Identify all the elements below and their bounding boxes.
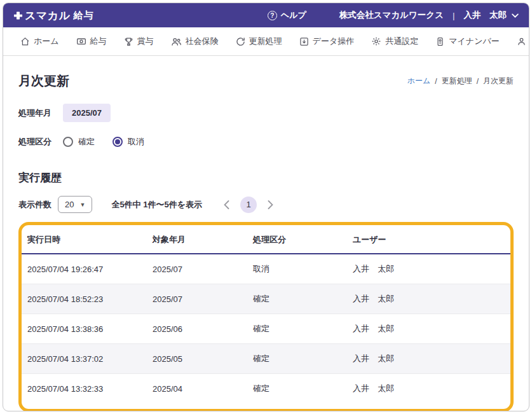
current-page-button[interactable]: 1 [240, 197, 257, 213]
cell-user: 入井 太郎 [347, 344, 510, 374]
list-controls: 表示件数 20 全5件中 1件〜5件を表示 1 [18, 196, 514, 213]
breadcrumb-separator: / [477, 77, 479, 86]
page-size-value: 20 [65, 200, 74, 209]
breadcrumb-level1: 更新処理 [442, 76, 472, 86]
nav-label: ホーム [34, 36, 59, 47]
cell-exec-datetime: 2025/07/04 18:52:23 [22, 284, 147, 314]
plus-icon [13, 11, 23, 20]
page-size-label: 表示件数 [18, 199, 51, 210]
cell-target-month: 2025/06 [147, 314, 247, 344]
cell-target-month: 2025/05 [147, 344, 247, 374]
main-content: 月次更新 ホーム / 更新処理 / 月次更新 処理年月 2025/07 処理区分… [3, 56, 529, 411]
social-insurance-icon [171, 37, 182, 46]
app-logo[interactable]: スマカル 給与 [13, 8, 94, 23]
table-header-row: 実行日時 対象年月 処理区分 ユーザー [22, 225, 510, 254]
history-section-title: 実行履歴 [18, 170, 514, 185]
cell-process-type: 確定 [247, 374, 347, 404]
nav-item-social-insurance[interactable]: 社会保険 [171, 36, 219, 47]
home-icon [20, 37, 30, 46]
cell-process-type: 取消 [247, 254, 347, 284]
breadcrumb-level2: 月次更新 [483, 76, 514, 86]
breadcrumb: ホーム / 更新処理 / 月次更新 [407, 76, 514, 86]
radio-cancel-icon[interactable] [113, 137, 123, 147]
nav-item-update[interactable]: 更新処理 [236, 36, 282, 47]
cell-process-type: 確定 [247, 344, 347, 374]
radio-option-confirm[interactable]: 確定 [63, 136, 95, 148]
cell-exec-datetime: 2025/07/04 13:38:36 [22, 314, 147, 344]
user-menu[interactable]: 入井 太郎 [464, 10, 519, 21]
logo-suffix-text: 給与 [74, 10, 94, 22]
cell-exec-datetime: 2025/07/04 19:26:47 [22, 254, 147, 284]
user-name: 入井 太郎 [464, 10, 507, 21]
select-caret-icon [79, 202, 85, 208]
history-table: 実行日時 対象年月 処理区分 ユーザー 2025/07/04 19:26:47 … [22, 225, 510, 403]
cell-exec-datetime: 2025/07/04 13:37:02 [22, 344, 147, 374]
breadcrumb-separator: / [435, 77, 437, 86]
top-bar: スマカル 給与 ヘルプ 株式会社スマカルワークス | 入井 太郎 [3, 3, 529, 27]
nav-item-data-operation[interactable]: データ操作 [299, 36, 355, 47]
period-value: 2025/07 [63, 104, 111, 122]
help-icon [268, 11, 277, 20]
cell-user: 入井 太郎 [347, 314, 510, 344]
help-label: ヘルプ [281, 10, 306, 21]
page-size-select[interactable]: 20 [58, 196, 92, 213]
common-settings-icon [371, 36, 381, 46]
cell-user: 入井 太郎 [347, 284, 510, 314]
period-field-row: 処理年月 2025/07 [18, 104, 514, 122]
period-label: 処理年月 [18, 107, 51, 119]
top-bar-right: ヘルプ 株式会社スマカルワークス | 入井 太郎 [268, 10, 519, 21]
process-type-row: 処理区分 確定 取消 [18, 136, 514, 148]
chevron-right-icon [268, 200, 273, 209]
cell-target-month: 2025/07 [147, 284, 247, 314]
cell-process-type: 確定 [247, 314, 347, 344]
logo-brand-text: スマカル [25, 8, 71, 23]
nav-item-my-number[interactable]: マイナンバー [435, 36, 500, 47]
header-separator: | [453, 11, 455, 20]
process-type-radio-group: 確定 取消 [63, 136, 144, 148]
nav-label: 共通設定 [385, 36, 418, 47]
radio-cancel-label: 取消 [128, 136, 144, 148]
radio-confirm-icon[interactable] [63, 137, 73, 147]
nav-item-bonus[interactable]: 賞与 [124, 36, 154, 47]
table-row: 2025/07/04 13:32:33 2025/04 確定 入井 太郎 [22, 374, 510, 404]
cell-target-month: 2025/07 [147, 254, 247, 284]
nav-label: データ操作 [313, 36, 355, 47]
process-type-label: 処理区分 [18, 136, 51, 148]
col-exec-datetime: 実行日時 [22, 225, 147, 254]
cell-user: 入井 太郎 [347, 254, 510, 284]
chevron-down-icon [512, 13, 519, 18]
account-area: 株式会社スマカルワークス | 入井 太郎 [339, 10, 519, 21]
update-icon [236, 37, 245, 46]
history-table-highlight: 実行日時 対象年月 処理区分 ユーザー 2025/07/04 19:26:47 … [18, 222, 514, 411]
radio-confirm-label: 確定 [78, 136, 95, 148]
result-range-text: 全5件中 1件〜5件を表示 [111, 199, 202, 210]
table-row: 2025/07/04 13:38:36 2025/06 確定 入井 太郎 [22, 314, 510, 344]
nav-item-payroll[interactable]: 給与 [76, 36, 107, 47]
cell-target-month: 2025/04 [147, 374, 247, 404]
admin-icon [517, 37, 526, 46]
cell-user: 入井 太郎 [347, 374, 510, 404]
table-row: 2025/07/04 18:52:23 2025/07 確定 入井 太郎 [22, 284, 510, 314]
main-nav: ホーム 給与 賞与 社会保険 更新処理 データ操作 共通設定 マイナンバー [3, 27, 529, 56]
col-user: ユーザー [347, 225, 510, 254]
nav-label: 給与 [90, 36, 107, 47]
cell-process-type: 確定 [247, 284, 347, 314]
help-button[interactable]: ヘルプ [268, 10, 306, 21]
nav-item-admin[interactable]: 管理 [517, 36, 529, 47]
table-row: 2025/07/04 13:37:02 2025/05 確定 入井 太郎 [22, 344, 510, 374]
nav-label: マイナンバー [449, 36, 500, 47]
table-row: 2025/07/04 19:26:47 2025/07 取消 入井 太郎 [22, 254, 510, 284]
nav-label: 社会保険 [186, 36, 219, 47]
company-name: 株式会社スマカルワークス [339, 10, 444, 21]
next-page-button[interactable] [266, 199, 275, 210]
page-title: 月次更新 [18, 72, 69, 90]
pagination: 1 [222, 197, 275, 213]
data-operation-icon [299, 37, 309, 46]
radio-option-cancel[interactable]: 取消 [113, 136, 144, 148]
app-window: スマカル 給与 ヘルプ 株式会社スマカルワークス | 入井 太郎 ホーム [3, 3, 529, 411]
prev-page-button[interactable] [222, 199, 231, 210]
nav-item-home[interactable]: ホーム [20, 36, 59, 47]
nav-item-common-settings[interactable]: 共通設定 [371, 36, 418, 47]
col-target-month: 対象年月 [147, 225, 247, 254]
breadcrumb-home-link[interactable]: ホーム [407, 76, 431, 86]
